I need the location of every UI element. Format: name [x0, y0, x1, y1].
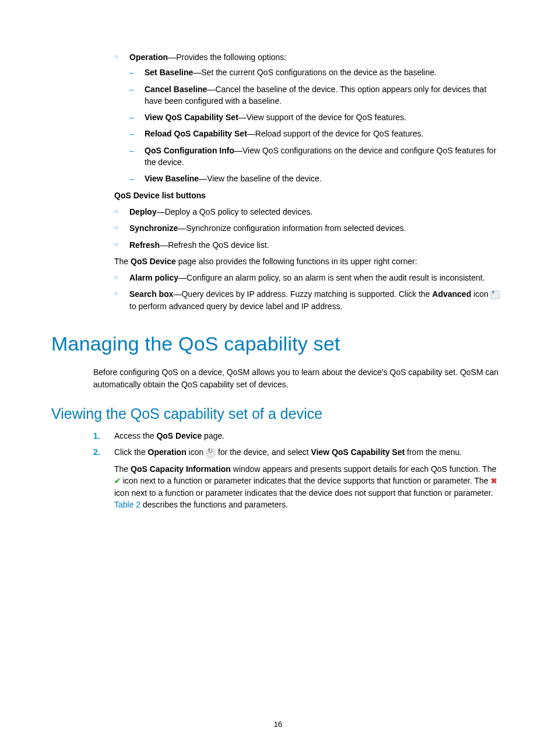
step-1: 1. Access the QoS Device page. [93, 430, 505, 442]
corner-alarm-policy: Alarm policy—Configure an alarm policy, … [114, 272, 505, 284]
step-2-followup: The QoS Capacity Information window appe… [114, 463, 505, 511]
option-view-baseline: View Baseline—View the baseline of the d… [129, 173, 505, 184]
page-number: 16 [0, 719, 556, 730]
page-container: Operation—Provides the following options… [0, 0, 556, 756]
step-2: 2. Click the Operation icon for the devi… [93, 446, 505, 510]
button-refresh: Refresh—Refresh the QoS device list. [114, 239, 505, 251]
operation-label: Operation [129, 52, 168, 62]
option-view-qos-cap: View QoS Capability Set—View support of … [129, 111, 505, 123]
operation-desc: —Provides the following options: [168, 52, 286, 62]
subsection-heading: Viewing the QoS capability set of a devi… [51, 403, 505, 424]
option-cancel-baseline: Cancel Baseline—Cancel the baseline of t… [129, 83, 505, 107]
step-number: 1. [93, 430, 100, 442]
buttons-heading: QoS Device list buttons [114, 190, 505, 201]
page-note: The QoS Device page also provides the fo… [114, 256, 505, 267]
operation-item: Operation—Provides the following options… [114, 51, 505, 185]
option-set-baseline: Set Baseline—Set the current QoS configu… [129, 66, 505, 78]
option-reload-qos-cap: Reload QoS Capability Set—Reload support… [129, 128, 505, 139]
button-deploy: Deploy—Deploy a QoS policy to selected d… [114, 206, 505, 218]
cross-icon: ✖ [491, 477, 497, 485]
table-2-link[interactable]: Table 2 [114, 500, 140, 509]
corner-search-box: Search box—Query devices by IP address. … [114, 288, 505, 312]
option-qos-config-info: QoS Configuration Info—View QoS configur… [129, 145, 505, 169]
advanced-icon [491, 290, 499, 299]
check-icon: ✔ [114, 477, 121, 485]
operation-icon [206, 448, 216, 458]
section-heading: Managing the QoS capability set [51, 330, 505, 358]
button-synchronize: Synchronize—Synchronize configuration in… [114, 222, 505, 234]
section-intro: Before configuring QoS on a device, QoSM… [93, 366, 505, 390]
step-number: 2. [93, 446, 100, 458]
operation-section: Operation—Provides the following options… [114, 51, 505, 312]
